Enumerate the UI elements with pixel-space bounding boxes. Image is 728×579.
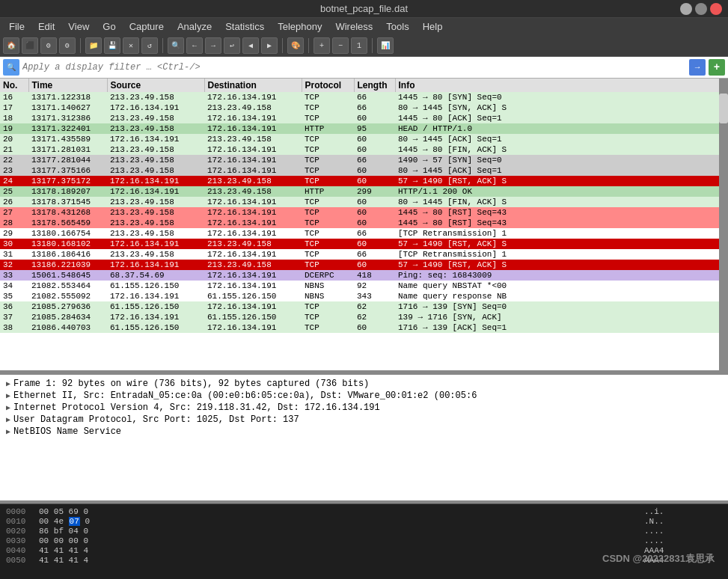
toolbar-prefs[interactable]: ⚙ bbox=[59, 37, 76, 54]
cell-no: 19 bbox=[0, 123, 28, 134]
menu-statistics[interactable]: Statistics bbox=[219, 19, 270, 34]
toolbar-close[interactable]: ✕ bbox=[123, 37, 139, 54]
table-row[interactable]: 2413177.375172172.16.134.191213.23.49.15… bbox=[0, 176, 728, 186]
toolbar-next[interactable]: ▶ bbox=[261, 37, 278, 54]
cell-dst: 172.16.134.191 bbox=[204, 165, 302, 176]
toolbar-reload[interactable]: ↺ bbox=[141, 37, 158, 54]
table-row[interactable]: 1613171.122318213.23.49.158172.16.134.19… bbox=[0, 92, 728, 102]
menu-analyze[interactable]: Analyze bbox=[171, 19, 218, 34]
table-row[interactable]: 2013171.435589172.16.134.191213.23.49.15… bbox=[0, 134, 728, 144]
table-row[interactable]: 2313177.375166213.23.49.158172.16.134.19… bbox=[0, 165, 728, 176]
menu-wireless[interactable]: Wireless bbox=[329, 19, 379, 34]
detail-line[interactable]: ▶ Internet Protocol Version 4, Src: 219.… bbox=[6, 402, 722, 414]
close-button[interactable] bbox=[710, 3, 722, 15]
cell-no: 36 bbox=[0, 301, 28, 312]
menu-tools[interactable]: Tools bbox=[380, 19, 415, 34]
table-row[interactable]: 3521082.555092172.16.134.19161.155.126.1… bbox=[0, 291, 728, 301]
toolbar-first[interactable]: ↩ bbox=[224, 37, 240, 54]
table-row[interactable]: 3721085.284634172.16.134.19161.155.126.1… bbox=[0, 312, 728, 322]
hex-area: 000000 05 69 0001000 4e 07 0002086 bf 04… bbox=[0, 503, 728, 579]
hex-bytes: 86 bf 04 0 bbox=[39, 527, 88, 536]
cell-src: 213.23.49.158 bbox=[107, 123, 204, 134]
toolbar-save[interactable]: 💾 bbox=[104, 37, 120, 54]
minimize-button[interactable] bbox=[680, 3, 692, 15]
detail-line[interactable]: ▶ Frame 1: 92 bytes on wire (736 bits), … bbox=[6, 378, 722, 390]
col-header-destination: Destination bbox=[204, 79, 302, 92]
table-row[interactable]: 3315061.54864568.37.54.69172.16.134.191D… bbox=[0, 270, 728, 281]
table-row[interactable]: 2713178.431268213.23.49.158172.16.134.19… bbox=[0, 207, 728, 218]
table-row[interactable]: 3113186.186416213.23.49.158172.16.134.19… bbox=[0, 249, 728, 260]
table-row[interactable]: 3621085.27963661.155.126.150172.16.134.1… bbox=[0, 301, 728, 312]
detail-line[interactable]: ▶ User Datagram Protocol, Src Port: 1025… bbox=[6, 414, 722, 426]
toolbar-stop[interactable]: ⬛ bbox=[22, 37, 38, 54]
toolbar-forward[interactable]: → bbox=[205, 37, 221, 54]
toolbar-open[interactable]: 📁 bbox=[85, 37, 102, 54]
table-row[interactable]: 2613178.371545213.23.49.158172.16.134.19… bbox=[0, 197, 728, 207]
table-row[interactable]: 3821086.44070361.155.126.150172.16.134.1… bbox=[0, 322, 728, 333]
table-row[interactable]: 1713171.140627172.16.134.191213.23.49.15… bbox=[0, 102, 728, 113]
cell-len: 60 bbox=[354, 239, 395, 249]
cell-len: 60 bbox=[354, 144, 395, 155]
table-row[interactable]: 3213186.221039172.16.134.191213.23.49.15… bbox=[0, 260, 728, 270]
detail-expand-arrow[interactable]: ▶ bbox=[6, 415, 10, 424]
menu-help[interactable]: Help bbox=[417, 19, 449, 34]
toolbar-search[interactable]: 🔍 bbox=[168, 37, 184, 54]
cell-src: 172.16.134.191 bbox=[107, 239, 204, 249]
toolbar-colorize[interactable]: 🎨 bbox=[287, 37, 304, 54]
toolbar-home[interactable]: 🏠 bbox=[3, 37, 19, 54]
detail-line[interactable]: ▶ NetBIOS Name Service bbox=[6, 426, 722, 438]
table-row[interactable]: 1813171.312386213.23.49.158172.16.134.19… bbox=[0, 113, 728, 123]
cell-no: 28 bbox=[0, 218, 28, 228]
menu-telephony[interactable]: Telephony bbox=[272, 19, 328, 34]
cell-len: 62 bbox=[354, 312, 395, 322]
cell-len: 60 bbox=[354, 207, 395, 218]
hex-ascii: ..i..N..........AAA4AAA4 bbox=[638, 504, 728, 579]
maximize-button[interactable] bbox=[695, 3, 707, 15]
detail-expand-arrow[interactable]: ▶ bbox=[6, 391, 10, 400]
table-row[interactable]: 2813178.565459213.23.49.158172.16.134.19… bbox=[0, 218, 728, 228]
toolbar-zoom-reset[interactable]: 1 bbox=[351, 37, 367, 54]
cell-time: 21082.553464 bbox=[28, 281, 107, 291]
toolbar-back[interactable]: ← bbox=[186, 37, 203, 54]
detail-expand-arrow[interactable]: ▶ bbox=[6, 403, 10, 412]
col-header-source: Source bbox=[107, 79, 204, 92]
cell-time: 21085.279636 bbox=[28, 301, 107, 312]
cell-no: 29 bbox=[0, 228, 28, 239]
table-row[interactable]: 3421082.55346461.155.126.150172.16.134.1… bbox=[0, 281, 728, 291]
cell-no: 26 bbox=[0, 197, 28, 207]
menu-edit[interactable]: Edit bbox=[32, 19, 61, 34]
table-row[interactable]: 1913171.322401213.23.49.158172.16.134.19… bbox=[0, 123, 728, 134]
cell-src: 172.16.134.191 bbox=[107, 102, 204, 113]
filter-add-button[interactable]: + bbox=[709, 59, 725, 76]
filter-apply-button[interactable]: → bbox=[689, 59, 706, 76]
table-row[interactable]: 2513178.189207172.16.134.191213.23.49.15… bbox=[0, 186, 728, 197]
cell-no: 35 bbox=[0, 291, 28, 301]
cell-len: 418 bbox=[354, 270, 395, 281]
cell-info: 1445 → 80 [SYN] Seq=0 bbox=[395, 92, 728, 102]
cell-proto: TCP bbox=[302, 301, 354, 312]
table-row[interactable]: 2913180.166754213.23.49.158172.16.134.19… bbox=[0, 228, 728, 239]
detail-expand-arrow[interactable]: ▶ bbox=[6, 427, 10, 436]
toolbar-zoom-out[interactable]: − bbox=[332, 37, 349, 54]
table-row[interactable]: 2213177.281044213.23.49.158172.16.134.19… bbox=[0, 155, 728, 165]
cell-dst: 172.16.134.191 bbox=[204, 123, 302, 134]
packet-scrollbar[interactable] bbox=[719, 79, 728, 370]
cell-dst: 213.23.49.158 bbox=[204, 102, 302, 113]
table-row[interactable]: 3013180.168102172.16.134.191213.23.49.15… bbox=[0, 239, 728, 249]
menu-view[interactable]: View bbox=[62, 19, 95, 34]
menu-capture[interactable]: Capture bbox=[123, 19, 170, 34]
cell-dst: 172.16.134.191 bbox=[204, 281, 302, 291]
table-row[interactable]: 2113171.281031213.23.49.158172.16.134.19… bbox=[0, 144, 728, 155]
toolbar-graph[interactable]: 📊 bbox=[377, 37, 394, 54]
filter-input[interactable] bbox=[22, 62, 686, 73]
toolbar-zoom-in[interactable]: + bbox=[313, 37, 330, 54]
toolbar-settings[interactable]: ⚙ bbox=[40, 37, 57, 54]
cell-proto: TCP bbox=[302, 92, 354, 102]
titlebar: botnet_pcap_file.dat bbox=[0, 0, 728, 18]
detail-expand-arrow[interactable]: ▶ bbox=[6, 379, 10, 388]
menu-go[interactable]: Go bbox=[97, 19, 121, 34]
menu-file[interactable]: File bbox=[3, 19, 31, 34]
detail-line[interactable]: ▶ Ethernet II, Src: EntradaN_05:ce:0a (0… bbox=[6, 390, 722, 402]
cell-proto: HTTP bbox=[302, 186, 354, 197]
toolbar-prev[interactable]: ◀ bbox=[242, 37, 259, 54]
